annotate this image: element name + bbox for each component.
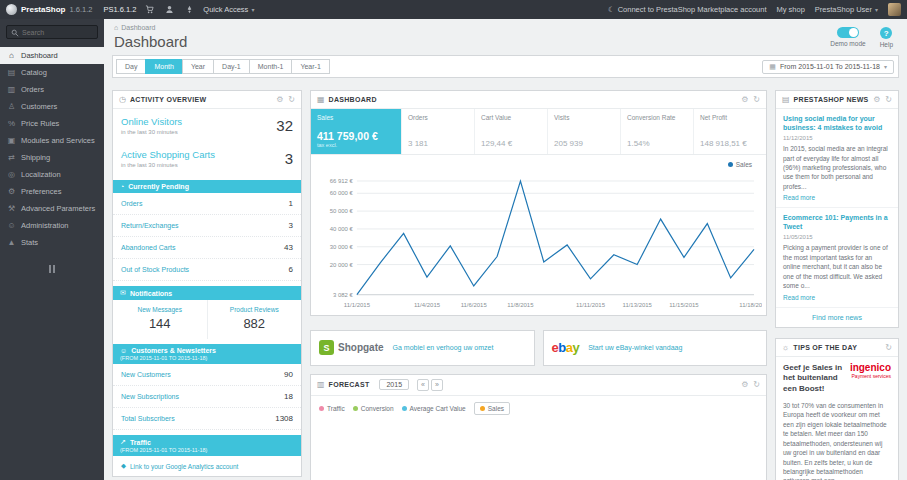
stat-value: 144 xyxy=(117,316,203,331)
marketplace-link[interactable]: ☾ Connect to PrestaShop Marketplace acco… xyxy=(608,5,767,14)
kpi-cart-value[interactable]: Cart Value 129,44 € xyxy=(475,109,548,154)
legend-label: Average Cart Value xyxy=(410,405,466,412)
sidebar-item-preferences[interactable]: ⚙ Preferences xyxy=(0,183,104,200)
sidebar-item-stats[interactable]: ▲ Stats xyxy=(0,234,104,251)
svg-text:11/1/2015: 11/1/2015 xyxy=(344,302,371,308)
search-input[interactable] xyxy=(22,29,93,36)
forecast-year-select[interactable]: 2015 xyxy=(379,379,409,390)
quick-access-menu[interactable]: Quick Access ▾ xyxy=(203,5,254,14)
kpi-orders[interactable]: Orders 3 181 xyxy=(402,109,475,154)
sidebar-item-shipping[interactable]: ⇄ Shipping xyxy=(0,149,104,166)
date-range-picker[interactable]: ▦ From 2015-11-01 To 2015-11-18 ▾ xyxy=(762,60,894,74)
abandoned-carts-row[interactable]: Abandoned Carts 43 xyxy=(113,237,301,259)
forecast-legend-average-cart-value[interactable]: Average Cart Value xyxy=(402,405,466,412)
svg-text:66 912 €: 66 912 € xyxy=(330,178,354,184)
user-avatar[interactable] xyxy=(888,3,901,16)
ebay-module-card: ebay Start uw eBay-winkel vandaag xyxy=(543,330,768,366)
range-day-button[interactable]: Day xyxy=(116,59,146,74)
gear-icon[interactable]: ⚙ xyxy=(276,95,283,104)
online-visitors-row[interactable]: Online Visitors in the last 30 minutes 3… xyxy=(113,109,301,142)
sidebar-item-advanced-parameters[interactable]: ⚒ Advanced Parameters xyxy=(0,200,104,217)
sidebar-item-localization[interactable]: ◎ Localization xyxy=(0,166,104,183)
cart-icon[interactable] xyxy=(143,5,156,14)
kpi-sales[interactable]: Sales 411 759,00 € tax excl. xyxy=(311,109,402,154)
shop-name-link[interactable]: PS1.6.1.2 xyxy=(103,5,136,14)
new-subscriptions-row[interactable]: New Subscriptions 18 xyxy=(113,386,301,408)
gear-icon[interactable]: ⚙ xyxy=(741,380,748,389)
next-year-button[interactable]: » xyxy=(431,379,443,391)
kpi-net-profit[interactable]: Net Profit 148 918,51 € xyxy=(694,109,766,154)
article-body: In 2015, social media are an integral pa… xyxy=(783,144,891,191)
collapse-menu-button[interactable] xyxy=(49,265,55,273)
launch-icon[interactable] xyxy=(183,5,196,14)
new-messages-stat[interactable]: New Messages 144 xyxy=(113,300,207,339)
tip-headline: Geef je Sales in het buitenland een Boos… xyxy=(783,363,844,395)
sidebar-item-modules[interactable]: ▣ Modules and Services xyxy=(0,132,104,149)
advanced-parameters-icon: ⚒ xyxy=(7,204,16,213)
read-more-link[interactable]: Read more xyxy=(783,294,891,301)
modules-icon: ▣ xyxy=(7,136,16,145)
refresh-icon[interactable]: ↻ xyxy=(885,95,892,104)
sidebar-item-label: Catalog xyxy=(21,68,47,77)
range-day-1-button[interactable]: Day-1 xyxy=(213,59,250,74)
notifications-icon: ✉ xyxy=(120,289,126,297)
range-month-button[interactable]: Month xyxy=(145,59,182,74)
previous-year-button[interactable]: « xyxy=(417,379,429,391)
range-year-1-button[interactable]: Year-1 xyxy=(291,59,329,74)
out-of-stock-row[interactable]: Out of Stock Products 6 xyxy=(113,259,301,281)
sidebar-item-catalog[interactable]: ▤ Catalog xyxy=(0,64,104,81)
google-analytics-link[interactable]: ◆ Link to your Google Analytics account xyxy=(113,456,301,476)
demo-mode-toggle[interactable] xyxy=(837,27,859,38)
chart-legend[interactable]: Sales xyxy=(728,161,752,168)
ebay-cta-link[interactable]: Start uw eBay-winkel vandaag xyxy=(588,344,682,351)
kpi-visits[interactable]: Visits 205 939 xyxy=(548,109,621,154)
user-menu[interactable]: PrestaShop User ▾ xyxy=(815,5,878,14)
pending-orders-row[interactable]: Orders 1 xyxy=(113,193,301,215)
sidebar-item-price-rules[interactable]: % Price Rules xyxy=(0,115,104,132)
pending-returns-row[interactable]: Return/Exchanges 3 xyxy=(113,215,301,237)
sidebar-item-administration[interactable]: ☺ Administration xyxy=(0,217,104,234)
total-subscribers-row[interactable]: Total Subscribers 1308 xyxy=(113,408,301,430)
prestashop-admin: PrestaShop 1.6.1.2 PS1.6.1.2 Quick Acces… xyxy=(0,0,907,480)
shopgate-cta-link[interactable]: Ga mobiel en verhoog uw omzet xyxy=(393,344,494,351)
administration-icon: ☺ xyxy=(7,221,16,230)
help-button[interactable]: ? xyxy=(880,27,892,39)
gear-icon[interactable]: ⚙ xyxy=(741,95,748,104)
svg-text:11/8/2015: 11/8/2015 xyxy=(507,302,534,308)
find-more-news-link[interactable]: Find more news xyxy=(776,308,898,327)
forecast-legend-traffic[interactable]: Traffic xyxy=(319,405,345,412)
marketplace-label: Connect to PrestaShop Marketplace accoun… xyxy=(618,5,767,14)
forecast-legend-sales[interactable]: Sales xyxy=(474,402,510,415)
price-rules-icon: % xyxy=(7,119,16,128)
range-month-1-button[interactable]: Month-1 xyxy=(249,59,293,74)
svg-text:11/4/2015: 11/4/2015 xyxy=(414,302,441,308)
refresh-icon[interactable]: ↻ xyxy=(753,95,760,104)
panel-title: TIPS OF THE DAY xyxy=(793,344,857,351)
article-title-link[interactable]: Using social media for your business: 4 … xyxy=(783,114,891,132)
forecast-legend: Traffic Conversion Average Cart Value xyxy=(311,396,766,421)
refresh-icon[interactable]: ↻ xyxy=(885,343,892,352)
article-title-link[interactable]: Ecommerce 101: Payments in a Tweet xyxy=(783,213,891,231)
refresh-icon[interactable]: ↻ xyxy=(288,95,295,104)
sidebar-item-dashboard[interactable]: ⌂ Dashboard xyxy=(0,47,104,64)
calendar-icon: ▦ xyxy=(769,63,776,71)
product-reviews-stat[interactable]: Product Reviews 882 xyxy=(207,300,302,339)
forecast-icon: ▥ xyxy=(317,380,325,389)
section-subtitle: (FROM 2015-11-01 TO 2015-11-18) xyxy=(120,447,207,453)
new-customers-row[interactable]: New Customers 90 xyxy=(113,364,301,386)
active-carts-row[interactable]: Active Shopping Carts in the last 30 min… xyxy=(113,142,301,175)
person-icon[interactable] xyxy=(163,5,176,14)
gear-icon[interactable]: ⚙ xyxy=(873,95,880,104)
my-shop-link[interactable]: My shop xyxy=(777,5,805,14)
kpi-conversion-rate[interactable]: Conversion Rate 1.54% xyxy=(621,109,694,154)
sidebar-item-customers[interactable]: ♙ Customers xyxy=(0,98,104,115)
read-more-link[interactable]: Read more xyxy=(783,194,891,201)
range-year-button[interactable]: Year xyxy=(182,59,214,74)
sidebar-item-orders[interactable]: ▥ Orders xyxy=(0,81,104,98)
row-label: Orders xyxy=(121,200,142,207)
refresh-icon[interactable]: ↻ xyxy=(753,380,760,389)
legend-label: Conversion xyxy=(361,405,394,412)
forecast-legend-conversion[interactable]: Conversion xyxy=(353,405,394,412)
breadcrumb-label: Dashboard xyxy=(121,24,155,31)
brand[interactable]: PrestaShop 1.6.1.2 xyxy=(6,4,92,15)
